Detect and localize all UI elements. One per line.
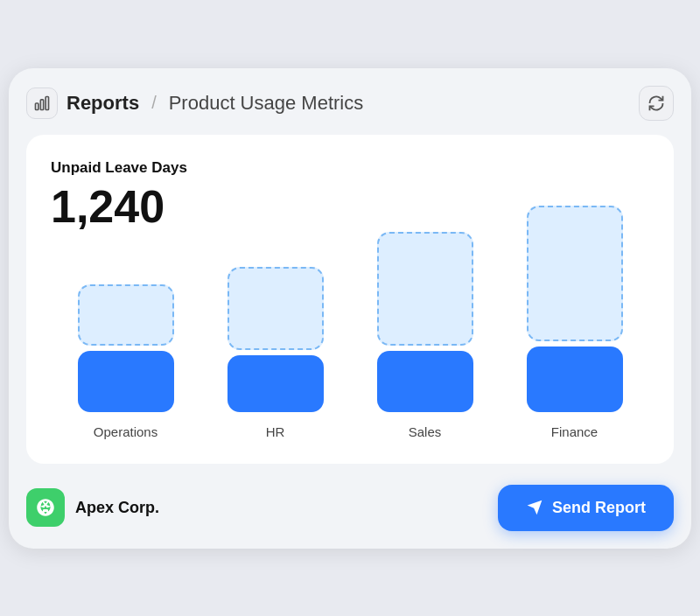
apex-logo-icon [34,496,57,519]
bar-dashed-finance [527,206,623,341]
footer: Apex Corp. Send Report [26,481,674,531]
reports-icon [26,88,58,119]
chart-card: Unpaid Leave Days 1,240 Operations HR [26,135,674,464]
breadcrumb: Reports / Product Usage Metrics [26,88,363,119]
bar-label-operations: Operations [94,424,158,439]
bar-solid-hr [228,355,324,412]
bar-col-hr [214,267,337,412]
bar-label-sales: Sales [409,424,442,439]
metric-label: Unpaid Leave Days [51,159,649,177]
bar-dashed-operations [78,284,174,346]
company-info: Apex Corp. [26,488,159,527]
send-icon [526,499,543,516]
bar-solid-operations [78,351,174,412]
bar-chart-icon [33,94,51,112]
refresh-icon [648,94,665,112]
bar-group-hr: HR [214,267,337,439]
company-name: Apex Corp. [75,499,159,517]
breadcrumb-reports-label: Reports [66,92,139,115]
chart-area: Operations HR Sales [51,254,649,446]
bar-label-hr: HR [266,424,285,439]
bar-solid-finance [527,346,623,412]
bar-col-sales [364,232,486,412]
send-button-label: Send Report [552,499,646,517]
bar-solid-sales [377,351,473,412]
send-report-button[interactable]: Send Report [498,485,674,531]
bar-dashed-hr [228,267,324,350]
bar-dashed-sales [377,232,473,346]
breadcrumb-page-title: Product Usage Metrics [169,92,364,115]
company-logo [26,488,65,527]
bar-group-sales: Sales [364,232,486,439]
bar-col-operations [65,284,187,412]
svg-rect-0 [36,103,38,110]
breadcrumb-separator: / [151,93,157,113]
main-card: Reports / Product Usage Metrics Unpaid L… [9,68,691,549]
bar-col-finance [514,206,636,412]
svg-rect-2 [46,96,48,109]
refresh-button[interactable] [639,86,674,121]
header: Reports / Product Usage Metrics [26,86,674,121]
bar-group-operations: Operations [65,284,187,439]
bar-label-finance: Finance [551,424,598,439]
svg-rect-1 [40,99,43,109]
bar-group-finance: Finance [514,206,636,439]
